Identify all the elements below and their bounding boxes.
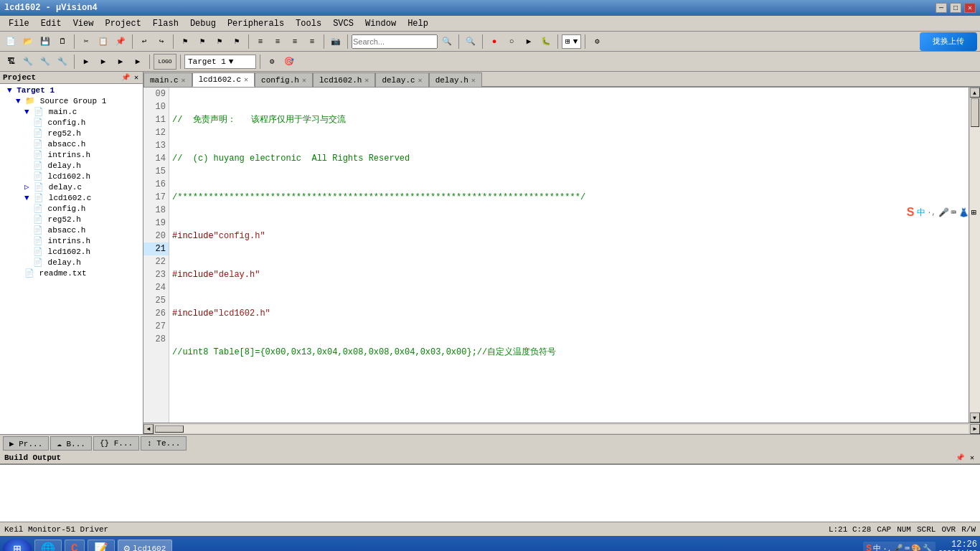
project-btn1[interactable]: 🏗 [3, 54, 19, 70]
play-button[interactable]: ▶ [521, 34, 537, 50]
taskbar-item-ie[interactable]: 🌐 [34, 540, 62, 552]
tb-btn8[interactable]: ≡ [304, 34, 320, 50]
tree-lcd1602h1[interactable]: 📄 lcd1602.h [1, 171, 141, 182]
start-button[interactable]: ⊞ [3, 539, 32, 552]
tab-delayh-close[interactable]: ✕ [471, 76, 476, 85]
tree-reg52h1[interactable]: 📄 reg52.h [1, 128, 141, 138]
minimize-button[interactable]: ─ [936, 3, 947, 13]
tree-delayc[interactable]: ▷ 📄 delay.c [1, 182, 141, 192]
tab-delayh[interactable]: delay.h ✕ [429, 72, 482, 87]
tree-delayh2[interactable]: 📄 delay.h [1, 257, 141, 268]
tree-intrins2[interactable]: 📄 intrins.h [1, 235, 141, 246]
open-button[interactable]: 📂 [20, 34, 36, 50]
redo-button[interactable]: ↪ [154, 34, 169, 50]
taskbar-item-app1[interactable]: 📝 [88, 540, 115, 552]
view-dropdown[interactable]: ⊞▼ [562, 34, 581, 49]
taskbar-item-csdn[interactable]: C [65, 540, 85, 552]
new-button[interactable]: 📄 [3, 34, 19, 50]
panel-close[interactable]: ✕ [133, 73, 140, 82]
upload-button[interactable]: 拢换上传 [920, 32, 977, 51]
menu-edit[interactable]: Edit [35, 17, 67, 30]
tree-sourcegroup1[interactable]: ▼ 📁 Source Group 1 [1, 95, 141, 106]
menu-help[interactable]: Help [402, 17, 434, 30]
tb-btn2[interactable]: ⚑ [194, 34, 210, 50]
build-output-close[interactable]: ✕ [969, 453, 976, 462]
tab-lcd1602h-close[interactable]: ✕ [364, 76, 369, 85]
taskbar-item-uvision[interactable]: ⚙ lcd1602 [118, 540, 173, 552]
tab-lcd1602h[interactable]: lcd1602.h ✕ [313, 72, 375, 87]
scroll-left-button[interactable]: ◀ [143, 424, 154, 434]
project-btn7[interactable]: ▶ [113, 54, 128, 70]
tree-absacch1[interactable]: 📄 absacc.h [1, 138, 141, 149]
target-dropdown[interactable]: Target 1 ▼ [184, 55, 256, 69]
close-button[interactable]: ✕ [964, 3, 976, 13]
build-output-pin[interactable]: 📌 [954, 453, 966, 462]
undo-button[interactable]: ↩ [136, 34, 152, 50]
bottom-tab-project[interactable]: ▶ Pr... [3, 436, 49, 451]
tab-lcd1602c-close[interactable]: ✕ [244, 75, 248, 84]
tree-mainc[interactable]: ▼ 📄 main.c [1, 106, 141, 117]
tree-configh1[interactable]: 📄 config.h [1, 117, 141, 128]
search-button[interactable]: 🔍 [439, 34, 455, 50]
scroll-up-button[interactable]: ▲ [970, 88, 980, 98]
tree-intrins1[interactable]: 📄 intrins.h [1, 149, 141, 160]
stop-button[interactable]: ○ [504, 34, 519, 50]
code-content[interactable]: // 免责声明： 该程序仅用于学习与交流 // (c) huyang elect… [169, 88, 969, 423]
tb-btn6[interactable]: ≡ [270, 34, 286, 50]
horizontal-scrollbar[interactable]: ◀ ▶ [143, 423, 980, 434]
tree-absacch2[interactable]: 📄 absacc.h [1, 225, 141, 235]
target-settings[interactable]: ⚙ [264, 54, 280, 70]
scroll-right-button[interactable]: ▶ [970, 424, 980, 434]
menu-view[interactable]: View [67, 17, 100, 30]
tb-btn1[interactable]: ⚑ [177, 34, 193, 50]
tree-delayh1[interactable]: 📄 delay.h [1, 160, 141, 171]
tb-btn3[interactable]: ⚑ [212, 34, 227, 50]
debug-button[interactable]: 🐛 [538, 34, 554, 50]
record-button[interactable]: ● [486, 34, 502, 50]
panel-pin[interactable]: 📌 [120, 73, 131, 82]
tree-readmetxt[interactable]: 📄 readme.txt [1, 268, 141, 278]
tree-configh2[interactable]: 📄 config.h [1, 203, 141, 214]
menu-flash[interactable]: Flash [147, 17, 184, 30]
project-btn6[interactable]: ▶ [95, 54, 111, 70]
project-btn5[interactable]: ▶ [78, 54, 94, 70]
bottom-tab-templates[interactable]: ↕ Te... [141, 436, 187, 451]
tab-mainc-close[interactable]: ✕ [182, 76, 186, 85]
menu-project[interactable]: Project [99, 17, 146, 30]
cut-button[interactable]: ✂ [78, 34, 94, 50]
menu-debug[interactable]: Debug [184, 17, 222, 30]
menu-peripherals[interactable]: Peripherals [222, 17, 290, 30]
scroll-thumb[interactable] [971, 98, 979, 127]
tab-mainc[interactable]: main.c ✕ [143, 72, 192, 87]
copy-button[interactable]: 📋 [95, 34, 111, 50]
save-all-button[interactable]: 🗒 [55, 34, 70, 50]
menu-window[interactable]: Window [359, 17, 402, 30]
h-scroll-thumb[interactable] [155, 425, 184, 433]
target-btn[interactable]: 🎯 [281, 54, 297, 70]
project-btn8[interactable]: ▶ [130, 54, 146, 70]
menu-tools[interactable]: Tools [290, 17, 327, 30]
code-editor[interactable]: 09 10 11 12 13 14 15 16 17 18 19 20 21 2… [143, 88, 980, 423]
tree-lcd1602c[interactable]: ▼ 📄 lcd1602.c [1, 192, 141, 203]
paste-button[interactable]: 📌 [113, 34, 128, 50]
project-btn4[interactable]: 🔧 [55, 54, 70, 70]
menu-file[interactable]: File [3, 17, 35, 30]
save-button[interactable]: 💾 [37, 34, 53, 50]
tree-lcd1602h2[interactable]: 📄 lcd1602.h [1, 246, 141, 257]
scroll-down-button[interactable]: ▼ [970, 413, 980, 423]
bottom-tab-functions[interactable]: {} F... [93, 436, 139, 451]
settings-button[interactable]: ⚙ [589, 34, 605, 50]
tab-delayc[interactable]: delay.c ✕ [375, 72, 428, 87]
bottom-tab-build[interactable]: ☁ B... [50, 436, 92, 451]
tb-btn5[interactable]: ≡ [253, 34, 268, 50]
vertical-scrollbar[interactable]: ▲ ▼ [969, 88, 980, 423]
zoom-in-button[interactable]: 🔍 [463, 34, 479, 50]
tab-configh-close[interactable]: ✕ [302, 76, 306, 85]
tab-lcd1602c[interactable]: lcd1602.c ✕ [192, 72, 255, 87]
maximize-button[interactable]: □ [950, 3, 961, 13]
project-btn2[interactable]: 🔧 [20, 54, 36, 70]
tree-reg52h2[interactable]: 📄 reg52.h [1, 214, 141, 225]
tab-delayc-close[interactable]: ✕ [418, 76, 423, 85]
tb-btn7[interactable]: ≡ [287, 34, 303, 50]
tb-btn4[interactable]: ⚑ [229, 34, 245, 50]
